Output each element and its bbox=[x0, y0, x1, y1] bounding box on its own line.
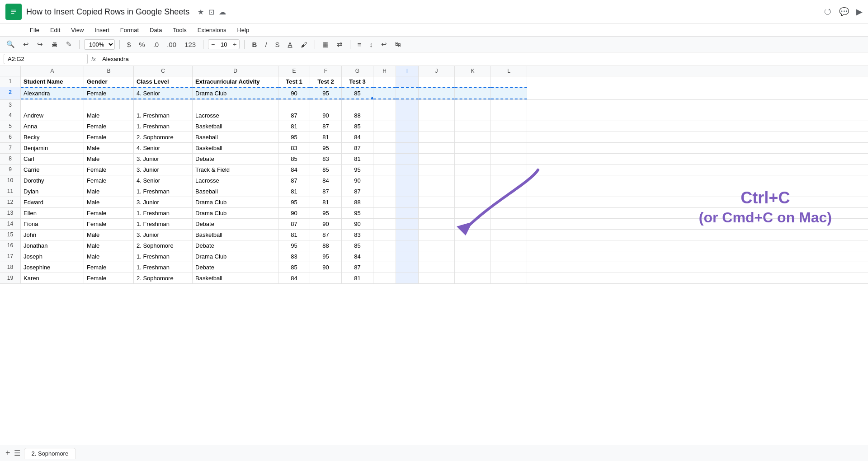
cell-F8[interactable]: 83 bbox=[310, 154, 342, 164]
row-num-7[interactable]: 7 bbox=[0, 143, 21, 153]
cell-extra-13-1[interactable] bbox=[396, 208, 419, 218]
cell-E11[interactable]: 81 bbox=[278, 186, 310, 197]
cell-f1[interactable]: Test 2 bbox=[310, 76, 342, 87]
cell-extra-19-1[interactable] bbox=[396, 273, 419, 283]
cell-F16[interactable]: 88 bbox=[310, 240, 342, 251]
merge-button[interactable]: ⇄ bbox=[334, 38, 345, 50]
cell-G11[interactable]: 87 bbox=[342, 186, 373, 197]
cell-extra-14-3[interactable] bbox=[455, 219, 491, 229]
search-button[interactable]: 🔍 bbox=[4, 38, 18, 50]
row-num-9[interactable]: 9 bbox=[0, 165, 21, 175]
cell-E3[interactable] bbox=[278, 100, 310, 110]
col-header-g[interactable]: G bbox=[342, 66, 373, 76]
cell-extra-8-2[interactable] bbox=[419, 154, 455, 164]
number-format-button[interactable]: 123 bbox=[182, 39, 198, 50]
menu-file[interactable]: File bbox=[25, 25, 44, 35]
cell-A13[interactable]: Ellen bbox=[21, 208, 84, 218]
cell-D6[interactable]: Baseball bbox=[193, 132, 278, 142]
cell-B11[interactable]: Male bbox=[84, 186, 134, 197]
font-size-input[interactable] bbox=[217, 41, 231, 48]
cell-extra-16-3[interactable] bbox=[455, 240, 491, 251]
cell-C3[interactable] bbox=[134, 100, 193, 110]
cell-D11[interactable]: Baseball bbox=[193, 186, 278, 197]
cell-extra-6-3[interactable] bbox=[455, 132, 491, 142]
cell-G14[interactable]: 90 bbox=[342, 219, 373, 229]
paint-format-button[interactable]: ✎ bbox=[63, 38, 75, 50]
cell-B9[interactable]: Female bbox=[84, 165, 134, 175]
cell-extra-8-3[interactable] bbox=[455, 154, 491, 164]
cell-extra-17-1[interactable] bbox=[396, 251, 419, 262]
cell-D12[interactable]: Drama Club bbox=[193, 197, 278, 207]
row-num-16[interactable]: 16 bbox=[0, 240, 21, 251]
history-icon[interactable]: ⭯ bbox=[824, 7, 832, 17]
col-header-f[interactable]: F bbox=[310, 66, 342, 76]
cell-A14[interactable]: Fiona bbox=[21, 219, 84, 229]
cell-C11[interactable]: 1. Freshman bbox=[134, 186, 193, 197]
cell-E13[interactable]: 90 bbox=[278, 208, 310, 218]
cell-F2[interactable]: 95 bbox=[310, 87, 342, 99]
cell-F10[interactable]: 84 bbox=[310, 175, 342, 186]
cell-C4[interactable]: 1. Freshman bbox=[134, 110, 193, 121]
redo-button[interactable]: ↪ bbox=[34, 38, 46, 50]
cell-extra-19-4[interactable] bbox=[491, 273, 527, 283]
cell-B19[interactable]: Female bbox=[84, 273, 134, 283]
cell-extra-14-0[interactable] bbox=[373, 219, 396, 229]
cell-extra-17-3[interactable] bbox=[455, 251, 491, 262]
cell-B17[interactable]: Male bbox=[84, 251, 134, 262]
menu-tools[interactable]: Tools bbox=[168, 25, 191, 35]
cell-F12[interactable]: 81 bbox=[310, 197, 342, 207]
cell-extra-6-0[interactable] bbox=[373, 132, 396, 142]
cell-B4[interactable]: Male bbox=[84, 110, 134, 121]
cell-C18[interactable]: 1. Freshman bbox=[134, 262, 193, 273]
cell-extra-8-1[interactable] bbox=[396, 154, 419, 164]
row-num-12[interactable]: 12 bbox=[0, 197, 21, 207]
menu-extensions[interactable]: Extensions bbox=[193, 25, 231, 35]
cell-extra-9-4[interactable] bbox=[491, 165, 527, 175]
cell-G12[interactable]: 88 bbox=[342, 197, 373, 207]
cell-D13[interactable]: Drama Club bbox=[193, 208, 278, 218]
row-num-19[interactable]: 19 bbox=[0, 273, 21, 283]
cell-extra-9-1[interactable] bbox=[396, 165, 419, 175]
cell-extra-15-2[interactable] bbox=[419, 230, 455, 240]
cell-A18[interactable]: Josephine bbox=[21, 262, 84, 273]
cell-extra-13-3[interactable] bbox=[455, 208, 491, 218]
col-header-d[interactable]: D bbox=[193, 66, 278, 76]
cell-E16[interactable]: 95 bbox=[278, 240, 310, 251]
cell-G4[interactable]: 88 bbox=[342, 110, 373, 121]
cell-A6[interactable]: Becky bbox=[21, 132, 84, 142]
cell-C2[interactable]: 4. Senior bbox=[134, 87, 193, 99]
cell-extra-2-3[interactable] bbox=[455, 87, 491, 99]
cell-extra-13-0[interactable] bbox=[373, 208, 396, 218]
cell-G16[interactable]: 85 bbox=[342, 240, 373, 251]
cell-C16[interactable]: 2. Sophomore bbox=[134, 240, 193, 251]
valign-button[interactable]: ↕ bbox=[367, 39, 376, 50]
cell-extra-7-1[interactable] bbox=[396, 143, 419, 153]
cell-D5[interactable]: Basketball bbox=[193, 121, 278, 132]
cell-A7[interactable]: Benjamin bbox=[21, 143, 84, 153]
cell-E10[interactable]: 87 bbox=[278, 175, 310, 186]
cell-C7[interactable]: 4. Senior bbox=[134, 143, 193, 153]
cell-F6[interactable]: 81 bbox=[310, 132, 342, 142]
row-num-3[interactable]: 3 bbox=[0, 100, 21, 110]
cell-extra-5-0[interactable] bbox=[373, 121, 396, 132]
cell-F5[interactable]: 87 bbox=[310, 121, 342, 132]
cell-d1[interactable]: Extracurricular Activity bbox=[193, 76, 278, 87]
cell-extra-4-4[interactable] bbox=[491, 110, 527, 121]
cell-extra-18-2[interactable] bbox=[419, 262, 455, 273]
menu-data[interactable]: Data bbox=[145, 25, 166, 35]
cell-G2[interactable]: 85 bbox=[342, 87, 373, 99]
cell-extra-7-3[interactable] bbox=[455, 143, 491, 153]
cell-extra-8-4[interactable] bbox=[491, 154, 527, 164]
cell-extra-16-2[interactable] bbox=[419, 240, 455, 251]
cell-G19[interactable]: 81 bbox=[342, 273, 373, 283]
cell-G17[interactable]: 84 bbox=[342, 251, 373, 262]
cell-extra-18-4[interactable] bbox=[491, 262, 527, 273]
cell-extra-2-0[interactable] bbox=[373, 87, 396, 99]
cell-l1[interactable] bbox=[491, 76, 527, 87]
cell-g1[interactable]: Test 3 bbox=[342, 76, 373, 87]
cell-B15[interactable]: Male bbox=[84, 230, 134, 240]
cell-D16[interactable]: Debate bbox=[193, 240, 278, 251]
cell-extra-4-2[interactable] bbox=[419, 110, 455, 121]
col-header-a[interactable]: A bbox=[21, 66, 84, 76]
cell-extra-16-1[interactable] bbox=[396, 240, 419, 251]
